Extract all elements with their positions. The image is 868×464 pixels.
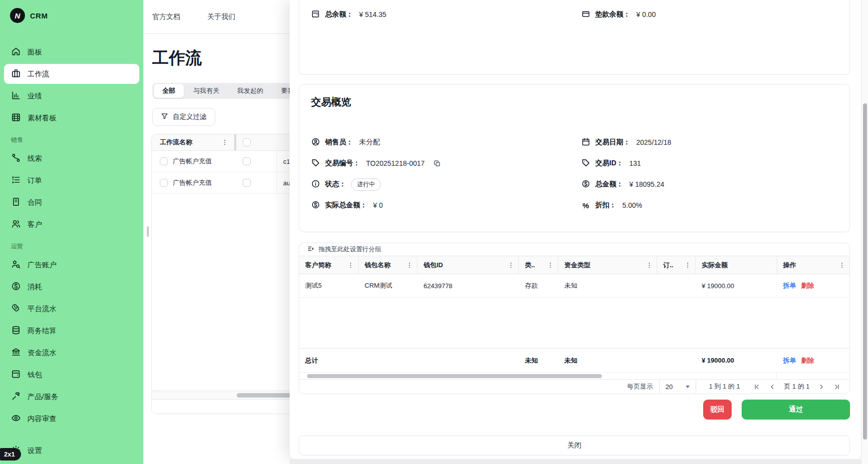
- sidebar-item-label: 资金流水: [27, 348, 56, 358]
- delete-link[interactable]: 删除: [801, 356, 814, 365]
- field-label: 状态：: [325, 180, 346, 189]
- overview-title: 交易概览: [311, 95, 838, 109]
- sidebar-item-dashboard[interactable]: 面板: [4, 42, 139, 62]
- approve-button[interactable]: 通过: [742, 400, 850, 420]
- brand-name: CRM: [30, 11, 48, 20]
- first-page-icon[interactable]: [753, 383, 761, 391]
- bank-icon: [11, 347, 21, 359]
- col-type[interactable]: 类..: [519, 256, 558, 274]
- filter-label: 自定义过滤: [173, 112, 207, 121]
- sidebar-item-content-review[interactable]: 内容审查: [4, 409, 139, 429]
- tab-related-to-me[interactable]: 与我有关: [185, 84, 228, 98]
- sidebar-item-wallet[interactable]: 钱包: [4, 365, 139, 385]
- tab-initiated-by-me[interactable]: 我发起的: [229, 84, 272, 98]
- items-table-header: 客户简称 钱包名称 钱包ID 类.. 资金类型 订.. 实际金额 操作: [299, 256, 850, 274]
- hammer-icon: [11, 391, 21, 403]
- app-logo: N CRM: [4, 0, 139, 24]
- wallet-id-cell: 62439778: [418, 274, 519, 297]
- row-checkbox[interactable]: [160, 157, 168, 165]
- column-menu-icon[interactable]: [839, 262, 846, 269]
- sidebar-item-label: 设置: [27, 446, 42, 456]
- sidebar-item-capital-flow[interactable]: 资金流水: [4, 343, 139, 363]
- reject-button[interactable]: 驳回: [703, 400, 732, 420]
- field-label: 总余额：: [325, 10, 353, 19]
- group-hint-text: 拖拽至此处设置行分组: [319, 245, 381, 254]
- field-label: 折扣：: [595, 201, 616, 210]
- window-scrollbar-thumb[interactable]: [863, 103, 867, 440]
- sidebar-item-platform-flow[interactable]: 平台流水: [4, 299, 139, 319]
- next-page-icon[interactable]: [818, 383, 825, 391]
- col-actions[interactable]: 操作: [777, 256, 850, 274]
- sidebar-item-settings[interactable]: 设置: [4, 441, 139, 461]
- copy-icon[interactable]: [434, 160, 441, 167]
- col-fund-type[interactable]: 资金类型: [558, 256, 657, 274]
- customer-cell: 测试5: [299, 274, 359, 297]
- per-page-select[interactable]: 20: [659, 380, 696, 394]
- column-menu-icon[interactable]: [507, 262, 514, 269]
- briefcase-icon: [11, 68, 21, 80]
- select-all-checkbox[interactable]: [243, 138, 251, 146]
- col-wallet-id[interactable]: 钱包ID: [418, 256, 519, 274]
- col-order[interactable]: 订..: [657, 256, 696, 274]
- sidebar-item-contracts[interactable]: 合同: [4, 192, 139, 212]
- last-page-icon[interactable]: [833, 383, 841, 391]
- row-checkbox[interactable]: [243, 179, 251, 187]
- sidebar-item-consumption[interactable]: 消耗: [4, 277, 139, 297]
- split-order-link[interactable]: 拆单: [783, 356, 796, 365]
- sidebar-item-ad-accounts[interactable]: 广告账户: [4, 255, 139, 275]
- sidebar-item-customers[interactable]: 客户: [4, 214, 139, 234]
- sidebar-item-label: 素材看板: [27, 113, 56, 123]
- link-about-us[interactable]: 关于我们: [207, 12, 235, 21]
- sidebar-item-label: 内容审查: [27, 414, 56, 424]
- route-icon: [11, 153, 21, 164]
- delete-link[interactable]: 删除: [801, 281, 814, 290]
- column-menu-icon[interactable]: [221, 139, 228, 146]
- footer-type-cell: 未知: [519, 349, 558, 372]
- custom-filter-button[interactable]: 自定义过滤: [152, 108, 215, 126]
- workflow-name-header[interactable]: 工作流名称: [152, 134, 234, 150]
- col-customer[interactable]: 客户简称: [299, 256, 359, 274]
- sidebar-item-workflow[interactable]: 工作流: [4, 64, 139, 84]
- field-value: ¥ 0: [373, 201, 383, 209]
- horizontal-scrollbar-thumb[interactable]: [307, 374, 602, 378]
- range-text: 1 到 1 的 1: [709, 382, 740, 391]
- sidebar-item-label: 工作流: [27, 69, 49, 79]
- tab-all[interactable]: 全部: [154, 84, 184, 98]
- film-icon: [11, 112, 21, 124]
- column-menu-icon[interactable]: [406, 262, 413, 269]
- column-menu-icon[interactable]: [347, 262, 354, 269]
- footer-amount-cell: ¥ 19000.00: [696, 349, 777, 372]
- balance-card: 总余额： ¥ 514.35 垫款余额： ¥ 0.00: [299, 0, 850, 75]
- column-menu-icon[interactable]: [646, 262, 653, 269]
- close-button[interactable]: 关闭: [299, 436, 850, 456]
- advance-balance-field: 垫款余额： ¥ 0.00: [574, 5, 838, 23]
- sidebar-item-business-settlement[interactable]: 商务结算: [4, 321, 139, 341]
- row-actions: 拆单 删除: [777, 274, 850, 297]
- row-group-dropzone[interactable]: 拖拽至此处设置行分组: [299, 243, 850, 256]
- sidebar-item-leads[interactable]: 线索: [4, 148, 139, 168]
- col-wallet-name[interactable]: 钱包名称: [359, 256, 418, 274]
- sidebar-item-material-board[interactable]: 素材看板: [4, 108, 139, 128]
- vertical-scrollbar-thumb[interactable]: [147, 226, 149, 237]
- sidebar-item-label: 钱包: [27, 370, 42, 380]
- person-icon: [311, 137, 320, 148]
- column-menu-icon[interactable]: [547, 262, 554, 269]
- sidebar-item-performance[interactable]: 业绩: [4, 86, 139, 106]
- link-official-docs[interactable]: 官方文档: [152, 12, 180, 21]
- col-actual-amount[interactable]: 实际金额: [696, 256, 777, 274]
- row-checkbox[interactable]: [243, 157, 251, 165]
- field-value: ¥ 514.35: [359, 10, 387, 18]
- percent-icon: %: [581, 201, 590, 210]
- per-page-value: 20: [666, 383, 673, 391]
- column-menu-icon[interactable]: [684, 262, 691, 269]
- previous-page-icon[interactable]: [769, 383, 776, 391]
- order-cell: [657, 274, 696, 297]
- sidebar-item-products-services[interactable]: 产品/服务: [4, 387, 139, 407]
- row-checkbox[interactable]: [160, 179, 168, 187]
- items-table-row[interactable]: 测试5 CRM测试 62439778 存款 未知 ¥ 19000.00 拆单 删…: [299, 274, 850, 298]
- calendar-icon: [581, 137, 590, 148]
- eye-icon: [11, 413, 21, 425]
- logo-icon: N: [10, 8, 25, 23]
- split-order-link[interactable]: 拆单: [783, 281, 796, 290]
- sidebar-item-orders[interactable]: 订单: [4, 170, 139, 190]
